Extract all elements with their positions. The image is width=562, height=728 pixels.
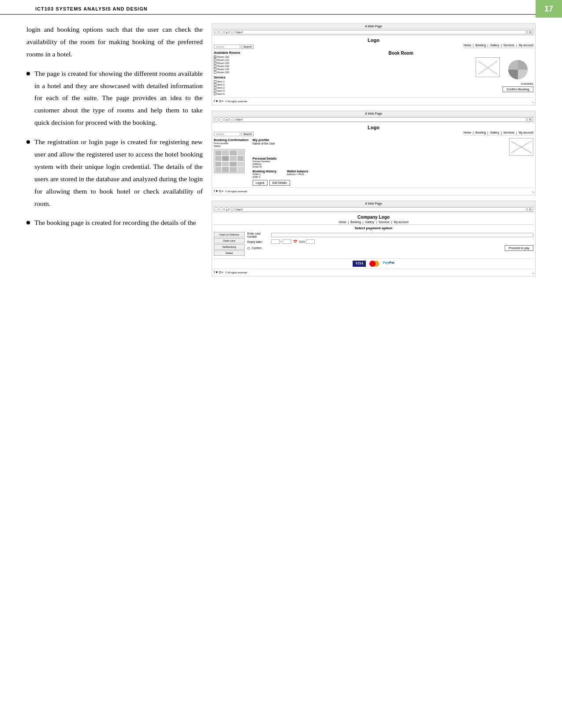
wf3-cvv-label: CVV — [299, 240, 305, 243]
wf3-expiry-year[interactable] — [283, 239, 291, 244]
wf2-logout-btn[interactable]: Logout — [253, 180, 268, 186]
wf3-resize-handle[interactable]: ↘ — [531, 271, 534, 275]
wf1-search-btn[interactable]: Search — [241, 45, 254, 49]
url-input[interactable] — [235, 30, 526, 34]
wf2-search-btn[interactable]: Search — [241, 132, 254, 136]
wf2-search-area: Search — [214, 132, 254, 136]
room-141-checkbox[interactable] — [214, 68, 216, 71]
wf3-go-btn[interactable]: G — [527, 207, 533, 212]
main-content: login and booking options such that the … — [0, 19, 562, 285]
nav-myaccount[interactable]: My account — [519, 44, 533, 47]
svg-rect-11 — [216, 156, 221, 161]
wf2-status: Status — [214, 145, 249, 147]
wf2-url-input[interactable] — [235, 117, 526, 122]
wf3-close-btn[interactable]: ✕ — [224, 207, 229, 212]
room-121-label: Room 121 — [217, 62, 230, 64]
wf3-cvv-input[interactable] — [306, 239, 315, 244]
wf3-forward-btn[interactable]: → — [219, 207, 223, 212]
wf3-url-input[interactable] — [235, 207, 526, 212]
wf2-copyright: © All rights reserved — [225, 190, 247, 193]
room-131-checkbox[interactable] — [214, 65, 216, 67]
room-121-checkbox[interactable] — [214, 62, 216, 64]
wf2-home-btn[interactable]: ⌂ — [230, 117, 234, 122]
net-banking-btn[interactable]: NetBanking — [214, 244, 245, 250]
wf2-booking-confirmation-section: Booking Confirmation Find Location Statu… — [214, 138, 249, 147]
wf2-booking-history-title: Booking History — [253, 170, 276, 173]
wf1-resize-handle[interactable]: ↘ — [531, 100, 534, 104]
wf3-back-btn[interactable]: ← — [214, 207, 218, 212]
forward-btn[interactable]: → — [219, 30, 223, 34]
service-item-5: Item 5 — [214, 93, 267, 95]
wf2-forward-btn[interactable]: → — [219, 117, 223, 122]
wf2-nav-booking[interactable]: Booking — [476, 131, 486, 134]
home-btn[interactable]: ⌂ — [230, 30, 234, 34]
wf3-form: Enter card number Expiry date: / 📅 CVV — [247, 232, 533, 256]
service-5-label: Item 5 — [217, 93, 225, 95]
service-4-checkbox[interactable] — [214, 90, 216, 92]
wf2-nav-services[interactable]: Services — [503, 131, 514, 134]
wf1-social: f ♥ G+ — [214, 99, 223, 103]
wf3-home-btn[interactable]: ⌂ — [230, 207, 234, 212]
room-item-101: Room 101 — [214, 56, 267, 58]
wf2-nav-gallery[interactable]: Gallery — [490, 131, 499, 134]
wf3-nav-home[interactable]: Home — [339, 220, 346, 224]
nav-services[interactable]: Services — [503, 44, 514, 47]
wf3-expiry-fields: / 📅 CVV — [271, 239, 315, 244]
wf2-logo: Logo — [214, 125, 533, 130]
back-btn[interactable]: ← — [214, 30, 218, 34]
bullet-item-1: The page is created for showing the diff… — [26, 67, 203, 129]
go-btn[interactable]: G — [527, 30, 533, 34]
intro-text: login and booking options such that the … — [26, 23, 203, 60]
wf3-logo: Company Logo — [214, 215, 533, 220]
room-151-checkbox[interactable] — [214, 71, 216, 74]
wf2-order2: order 2 — [253, 175, 276, 178]
wireframe-3: A Web Page ← → ✕ ⌂ G Company Logo Home |… — [212, 201, 536, 276]
wf2-nav-home[interactable]: Home — [464, 131, 471, 134]
wf2-wallet-title: Wallet balance — [287, 170, 308, 173]
room-item-141: Room 141 — [214, 68, 267, 71]
page-number: 17 — [536, 0, 562, 18]
wf2-go-btn[interactable]: G — [527, 117, 533, 122]
confirm-booking-btn[interactable]: Confirm Booking — [502, 86, 533, 92]
room-101-checkbox[interactable] — [214, 56, 216, 58]
wf1-room-list: Room 101 Room 111 Room 121 — [214, 56, 267, 74]
wf2-personal-details-title: Personal Details — [253, 157, 533, 160]
close-btn[interactable]: ✕ — [224, 30, 229, 34]
service-5-checkbox[interactable] — [214, 93, 216, 95]
room-151-label: Room 151 — [217, 71, 230, 74]
service-1-checkbox[interactable] — [214, 80, 216, 83]
wf2-search-input[interactable] — [214, 132, 240, 136]
wf2-close-btn[interactable]: ✕ — [224, 117, 229, 122]
nav-home[interactable]: Home — [464, 44, 471, 47]
wf2-resize-handle[interactable]: ↘ — [531, 190, 534, 194]
wf3-nav-gallery[interactable]: Gallery — [365, 220, 375, 224]
debit-card-btn[interactable]: Debit card — [214, 238, 245, 243]
wf1-search-input[interactable] — [214, 45, 240, 49]
wf3-confirm-radio[interactable] — [247, 247, 250, 250]
wf3-card-number-label: Enter card number — [247, 232, 269, 238]
wf2-nav-myaccount[interactable]: My account — [519, 131, 533, 134]
wf3-nav-booking[interactable]: Booking — [350, 220, 361, 224]
wallet-btn[interactable]: Wallet — [214, 250, 245, 256]
nav-booking[interactable]: Booking — [476, 44, 486, 47]
room-101-label: Room 101 — [217, 56, 230, 58]
wf2-edit-details-btn[interactable]: Edit Details — [269, 180, 290, 186]
wf1-room-image — [476, 57, 500, 77]
service-3-checkbox[interactable] — [214, 86, 216, 89]
wf3-proceed-btn[interactable]: Proceed to pay — [505, 245, 533, 251]
wf3-nav-services[interactable]: Services — [379, 220, 390, 224]
wf3-card-number-input[interactable] — [271, 233, 533, 237]
wf3-nav-myaccount[interactable]: My account — [394, 220, 408, 224]
service-4-label: Item 4 — [217, 90, 225, 92]
wf3-expiry-month[interactable] — [271, 239, 280, 244]
wf1-page-title: Book Room — [268, 51, 533, 56]
wf3-select-title: Select payment option — [214, 226, 533, 230]
nav-gallery[interactable]: Gallery — [490, 44, 499, 47]
cash-on-delivery-btn[interactable]: Cash on Delivery — [214, 232, 245, 237]
wf1-right: Book Room — [268, 51, 533, 96]
page-header: ICT103 SYSTEMS ANALYSIS AND DESIGN — [0, 0, 562, 15]
svg-rect-17 — [230, 162, 237, 166]
room-111-checkbox[interactable] — [214, 59, 216, 61]
service-2-checkbox[interactable] — [214, 83, 216, 86]
wf2-back-btn[interactable]: ← — [214, 117, 218, 122]
